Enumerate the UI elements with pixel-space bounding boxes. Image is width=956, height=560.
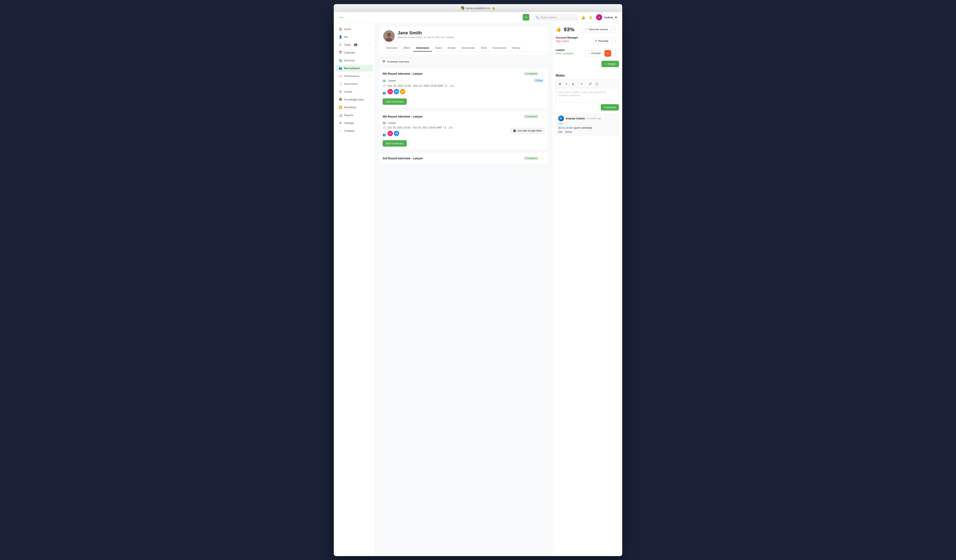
tab-tasks[interactable]: Tasks bbox=[432, 45, 445, 52]
time-icon-2: 🕐 bbox=[383, 126, 386, 129]
edit-scorecard-button-2[interactable]: Edit Scorecard bbox=[383, 140, 407, 147]
tab-offers[interactable]: Offers bbox=[400, 45, 413, 52]
lawyer-row: Lawyer Offer accepted → Proceed ✕ ⋮ bbox=[556, 49, 619, 58]
sidebar-item-documents[interactable]: 📄 Documents bbox=[335, 80, 373, 87]
nav-icons: 🔔 💡 A Andrew ▼ bbox=[581, 14, 617, 20]
interview-more-menu-1[interactable]: ⋮ bbox=[541, 71, 544, 76]
edit-scorecard-button-1[interactable]: Edit Scorecard bbox=[383, 99, 407, 105]
bulb-icon[interactable]: 💡 bbox=[589, 16, 593, 19]
delete-comment-button[interactable]: Delete bbox=[565, 130, 572, 133]
user-menu[interactable]: A Andrew ▼ bbox=[596, 14, 617, 20]
lawyer-actions: → Proceed ✕ ⋮ bbox=[585, 50, 619, 56]
sidebar-item-label: Collapse bbox=[344, 129, 355, 132]
interview-more-menu-2[interactable]: ⋮ bbox=[541, 114, 544, 119]
score-emoji: 👍 bbox=[556, 27, 561, 32]
comment-button[interactable]: Comment bbox=[601, 104, 619, 111]
copy-button[interactable]: 📋 bbox=[594, 81, 599, 86]
comment-header: AC Andrew Cetinic 12 months ago bbox=[558, 116, 616, 121]
candidate-avatar bbox=[383, 30, 395, 42]
interview-more-menu-3[interactable]: ⋮ bbox=[541, 156, 544, 161]
sidebar-item-settings[interactable]: ⚙ Settings bbox=[335, 119, 373, 126]
score-value: 93% bbox=[564, 27, 574, 33]
lock-icon: 🔒 bbox=[492, 6, 495, 10]
tab-interviews[interactable]: Interviews bbox=[413, 45, 432, 52]
more-options-button-top[interactable]: ⋮ bbox=[612, 26, 619, 33]
add-button[interactable]: + bbox=[523, 14, 529, 20]
list-button[interactable]: ≡ bbox=[579, 81, 584, 86]
link-button[interactable]: 🔗 bbox=[588, 81, 593, 86]
proceed-button[interactable]: → Proceed bbox=[585, 50, 603, 56]
more-options-button-lawyer[interactable]: ⋮ bbox=[612, 50, 619, 56]
attendee-avatar-1a: AC bbox=[388, 89, 393, 94]
sidebar-item-tasks[interactable]: ⊙ Tasks 2 › bbox=[335, 41, 373, 48]
sidebar-item-home[interactable]: 🏠 Home bbox=[335, 25, 373, 33]
sidebar-item-label: Home bbox=[344, 28, 351, 31]
tab-scorecards[interactable]: Scorecards bbox=[458, 45, 478, 52]
workflows-icon: 🔀 bbox=[339, 106, 342, 109]
generate-resume-button[interactable]: 📄 Generate resume bbox=[582, 26, 611, 33]
notes-input[interactable]: Click here to add a note. Use @name to m… bbox=[556, 88, 619, 102]
calendar-icon: 📅 bbox=[382, 60, 385, 63]
attendee-avatar-2b: JD bbox=[394, 131, 399, 136]
sidebar-item-reports[interactable]: 📊 Reports bbox=[335, 111, 373, 119]
comment-time: 12 months ago bbox=[586, 117, 601, 119]
notes-title: Notes bbox=[556, 74, 619, 77]
directory-icon: 🏢 bbox=[339, 59, 342, 62]
more-options-button-requalify[interactable]: ⋮ bbox=[612, 38, 619, 44]
tab-overview[interactable]: Overview bbox=[383, 45, 400, 52]
interview-card-2: 4th Round interview - Lawyer Completed ⋮… bbox=[379, 111, 548, 150]
knowledge-base-icon: 📚 bbox=[339, 98, 342, 101]
user-name: Andrew bbox=[604, 16, 613, 19]
interview-time-row-1: 🕐 Nov 22, 2022 12:00 - Nov 22, 2022 13:0… bbox=[383, 84, 544, 87]
edit-comment-button[interactable]: Edit bbox=[558, 130, 563, 133]
schedule-btn-label: Schedule interview bbox=[387, 60, 409, 63]
search-placeholder: Quick search... bbox=[541, 16, 558, 19]
interview-duration-1: (1h) bbox=[450, 85, 454, 87]
bell-icon[interactable]: 🔔 bbox=[581, 16, 585, 19]
app-container: acme. + 🔍 Quick search... 🔔 💡 A Andrew ▼… bbox=[334, 12, 622, 556]
decline-button[interactable]: ✕ bbox=[604, 50, 611, 56]
attendees-row-2: 👥 AC JD bbox=[383, 131, 453, 138]
proceed-label: Proceed bbox=[591, 52, 601, 55]
interview-card-header-2: 4th Round interview - Lawyer Completed ⋮ bbox=[383, 114, 544, 119]
bold-button[interactable]: B bbox=[558, 81, 563, 86]
tab-emails[interactable]: Emails bbox=[445, 45, 458, 52]
search-icon: 🔍 bbox=[536, 16, 539, 19]
comment-mention[interactable]: @Avi Levian bbox=[558, 126, 573, 129]
tab-history[interactable]: History bbox=[509, 45, 523, 52]
sidebar-item-collapse[interactable]: ← Collapse bbox=[335, 127, 373, 134]
sidebar-item-directory[interactable]: 🏢 Directory bbox=[335, 57, 373, 64]
documents-icon: 📄 bbox=[339, 82, 342, 85]
italic-button[interactable]: I bbox=[564, 81, 569, 86]
search-bar[interactable]: 🔍 Quick search... bbox=[533, 14, 578, 20]
tab-tests[interactable]: Tests bbox=[478, 45, 490, 52]
sidebar-item-me[interactable]: 👤 Me bbox=[335, 33, 373, 40]
interview-title-2: 4th Round interview - Lawyer bbox=[383, 115, 423, 118]
sidebar-item-performance[interactable]: 📈 Performance › bbox=[335, 72, 373, 80]
underline-button[interactable]: U bbox=[571, 81, 575, 86]
attendee-avatar-1b: JD bbox=[394, 89, 399, 94]
sidebar-item-recruitment[interactable]: 👥 Recruitment › bbox=[335, 65, 373, 72]
requalify-button[interactable]: ↺ Requalify bbox=[592, 38, 611, 44]
sidebar-item-label: Workflows bbox=[344, 106, 357, 109]
google-meet-icon: 🎥 bbox=[513, 129, 516, 132]
sidebar-item-knowledge-base[interactable]: 📚 Knowledge base bbox=[335, 96, 373, 103]
comment-text: @Avi Levian good candidate bbox=[558, 126, 616, 129]
interview-role-row-1: 🏢 Lawyer Online bbox=[383, 78, 544, 83]
sidebar-item-calendar[interactable]: 📅 Calendar bbox=[335, 49, 373, 56]
interview-meta-2: Completed ⋮ bbox=[523, 114, 544, 119]
schedule-interview-button[interactable]: 📅 Schedule interview bbox=[379, 58, 412, 65]
sidebar-item-workflows[interactable]: 🔀 Workflows bbox=[335, 104, 373, 111]
join-google-meet-button[interactable]: 🎥 Join with Google Meet bbox=[510, 128, 544, 133]
performance-icon: 📈 bbox=[339, 74, 342, 78]
interview-title-3: 3rd Round interview - Lawyer bbox=[383, 157, 423, 160]
recruitment-icon: 👥 bbox=[339, 66, 342, 70]
collapse-icon: ← bbox=[339, 129, 342, 132]
tab-documents[interactable]: Documents bbox=[490, 45, 509, 52]
assign-button[interactable]: + Assign bbox=[601, 61, 619, 67]
sidebar-item-label: Reports bbox=[344, 114, 354, 117]
me-icon: 👤 bbox=[339, 35, 342, 39]
candidate-meta: Added by Andrew Cetinic on Feb 24, 2021 … bbox=[398, 36, 454, 39]
svg-point-1 bbox=[387, 33, 391, 37]
sidebar-item-assets[interactable]: ⚙ Assets bbox=[335, 88, 373, 95]
